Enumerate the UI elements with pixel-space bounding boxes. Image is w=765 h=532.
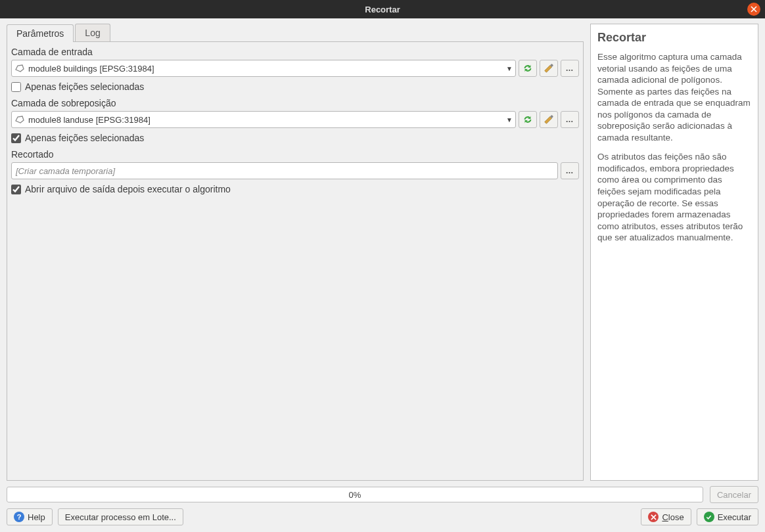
selected-only-2-label: Apenas feições selecionadas [25,133,144,143]
close-icon [648,512,659,522]
help-paragraph-1: Esse algoritmo captura uma camada vetori… [597,51,751,143]
parameters-panel: Camada de entrada module8 buildings [EPS… [7,42,584,481]
progress-bar: 0% [7,487,703,502]
help-icon: ? [14,512,24,522]
overlay-layer-dropdown[interactable]: module8 landuse [EPSG:31984] ▼ [11,111,516,128]
close-button[interactable]: Close [641,508,691,525]
polygon-layer-icon [14,115,25,124]
overlay-layer-row: module8 landuse [EPSG:31984] ▼ … [10,110,580,129]
iterate-button[interactable] [519,60,537,77]
overlay-layer-label: Camada de sobreposição [10,95,580,110]
chevron-down-icon: ▼ [506,65,513,72]
clipped-label: Recortado [10,146,580,161]
input-layer-value: module8 buildings [EPSG:31984] [28,64,154,74]
open-output-checkbox[interactable] [11,185,21,194]
clipped-row: [Criar camada temporaria] … [10,161,580,181]
tab-parameters[interactable]: Parâmetros [7,24,74,42]
tab-bar: Parâmetros Log [7,24,584,42]
input-layer-row: module8 buildings [EPSG:31984] ▼ … [10,58,580,78]
run-button-label: Executar [718,512,751,522]
help-panel: ◂ Recortar Esse algoritmo captura uma ca… [590,24,758,481]
selected-only-2-checkbox[interactable] [11,133,21,143]
chevron-down-icon: ▼ [506,116,513,123]
browse-input-button[interactable]: … [561,60,579,77]
help-paragraph-2: Os atributos das feições não são modific… [597,151,751,243]
progress-row: 0% Cancelar [7,486,758,503]
help-button[interactable]: ? Help [7,508,53,525]
titlebar: Recortar [0,0,765,18]
help-button-label: Help [28,512,45,522]
iterate-overlay-button[interactable] [519,111,537,128]
progress-text: 0% [349,490,361,500]
cancel-progress-button: Cancelar [710,486,758,503]
selected-only-1-row: Apenas feições selecionadas [10,78,580,95]
close-button-label: Close [662,512,684,522]
browse-output-button[interactable]: … [561,162,579,179]
open-output-row: Abrir arquivo de saída depois executar o… [10,181,580,198]
window-close-button[interactable] [747,3,760,16]
input-layer-label: Camada de entrada [10,44,580,58]
input-layer-dropdown[interactable]: module8 buildings [EPSG:31984] ▼ [11,60,516,77]
left-column: Parâmetros Log Camada de entrada module8… [7,24,584,481]
run-button[interactable]: Executar [697,508,758,525]
clipped-output-input[interactable]: [Criar camada temporaria] [11,162,558,179]
tab-log[interactable]: Log [75,24,110,41]
dialog-body: Parâmetros Log Camada de entrada module8… [0,18,765,532]
main-row: Parâmetros Log Camada de entrada module8… [7,24,758,481]
polygon-layer-icon [14,64,25,73]
browse-overlay-button[interactable]: … [561,111,579,128]
help-title: Recortar [597,31,751,45]
advanced-options-button[interactable] [540,60,558,77]
advanced-overlay-button[interactable] [540,111,558,128]
overlay-layer-value: module8 landuse [EPSG:31984] [28,115,151,125]
check-icon [704,512,714,522]
open-output-label: Abrir arquivo de saída depois executar o… [25,184,231,194]
clipped-placeholder: [Criar camada temporaria] [16,166,115,176]
selected-only-2-row: Apenas feições selecionadas [10,129,580,146]
selected-only-1-checkbox[interactable] [11,82,21,92]
batch-button[interactable]: Executar processo em Lote... [58,508,183,525]
bottom-buttons: ? Help Executar processo em Lote... Clos… [7,508,758,525]
selected-only-1-label: Apenas feições selecionadas [25,81,144,92]
window-title: Recortar [365,5,400,14]
